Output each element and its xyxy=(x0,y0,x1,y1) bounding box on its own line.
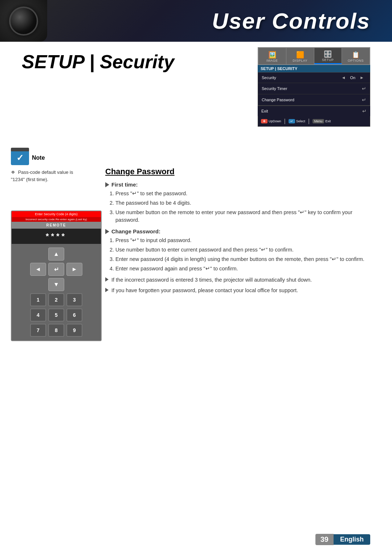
list-item: Use number button on the remote to enter… xyxy=(115,209,370,224)
tab-setup[interactable]: 🎛️ SETUP xyxy=(314,48,342,64)
change-password-section-label: Change Password: xyxy=(111,228,160,234)
menu-row-change-password[interactable]: Change Password ↵ xyxy=(258,94,370,105)
remote-row-mid: ◄ ↵ ► xyxy=(30,263,82,276)
timer-enter-icon: ↵ xyxy=(362,86,366,91)
tab-image-label: IMAGE xyxy=(266,59,278,62)
exit-control: Menu Exit xyxy=(313,119,331,123)
first-time-list: Press "↵" to set the password. The passw… xyxy=(115,190,370,224)
menu-panel: 🖼️ IMAGE 🟧 DISPLAY 🎛️ SETUP 📋 OPTIONS SE… xyxy=(258,47,370,127)
list-item: The password has to be 4 digits. xyxy=(115,199,370,207)
remote-error-label: Incorrect security code.Re-enter again.(… xyxy=(12,217,101,222)
tab-setup-label: SETUP xyxy=(322,58,334,62)
divider2: | xyxy=(308,118,310,124)
remote-key-9[interactable]: 9 xyxy=(66,324,82,337)
remote-row-down: ▼ xyxy=(48,278,64,291)
bullet-text-1: If the incorrect password is entered 3 t… xyxy=(111,276,312,284)
remote-key-5[interactable]: 5 xyxy=(48,308,64,322)
menu-row-timer-label: Security Timer xyxy=(262,86,362,91)
select-control: ↵ Select xyxy=(289,119,305,123)
updown-control: ❖ UpDown xyxy=(261,119,281,123)
image-icon: 🖼️ xyxy=(267,51,278,59)
exit-ctrl-label: Exit xyxy=(325,119,331,123)
page-number-area: 39 English xyxy=(315,534,370,545)
setup-icon: 🎛️ xyxy=(322,50,333,58)
updown-label: UpDown xyxy=(269,119,281,123)
bullet-item-2: If you have forgotten your password, ple… xyxy=(105,287,370,294)
bullet-triangle-icon-2 xyxy=(105,288,109,292)
divider1: | xyxy=(284,118,286,124)
password-enter-icon: ↵ xyxy=(362,97,366,103)
remote-key-up[interactable]: ▲ xyxy=(48,248,64,261)
camera-decoration xyxy=(0,0,47,42)
page-header: User Controls xyxy=(0,0,392,42)
menu-header: SETUP | SECURITY xyxy=(258,65,370,72)
list-item: Enter new password again and press "↵" t… xyxy=(115,265,370,273)
remote-key-3[interactable]: 3 xyxy=(66,293,82,306)
checkmark-icon: ✓ xyxy=(16,153,24,163)
remote-key-8[interactable]: 8 xyxy=(48,324,64,337)
list-item: Press "↵" to set the password. xyxy=(115,190,370,197)
menu-row-security-timer[interactable]: Security Timer ↵ xyxy=(258,83,370,94)
options-icon: 📋 xyxy=(350,51,361,59)
left-arrow-icon: ◄ xyxy=(342,75,346,80)
page-number: 39 xyxy=(315,534,334,545)
remote-key-down[interactable]: ▼ xyxy=(48,278,64,291)
remote-keypad: Enter Security Code (4 digits) Incorrect… xyxy=(11,210,102,341)
remote-pad: ▲ ◄ ↵ ► ▼ 1 2 3 4 5 6 7 8 9 xyxy=(12,244,101,340)
remote-label: REMOTE xyxy=(12,222,101,229)
tab-display[interactable]: 🟧 DISPLAY xyxy=(286,48,314,64)
note-content: Pass-code default value is "1234" (first… xyxy=(11,169,73,182)
note-text: ❖ Pass-code default value is "1234" (fir… xyxy=(11,169,83,183)
first-time-heading: First time: xyxy=(105,181,370,188)
remote-row-up: ▲ xyxy=(48,248,64,261)
remote-key-4[interactable]: 4 xyxy=(30,308,46,322)
security-value: On xyxy=(350,75,355,80)
menu-icon: Menu xyxy=(313,119,324,123)
page-language: English xyxy=(334,534,370,545)
list-item: Use number button to enter current passw… xyxy=(115,246,370,254)
page-title: User Controls xyxy=(212,8,370,34)
updown-icon: ❖ xyxy=(261,119,268,123)
enter-icon: ↵ xyxy=(289,119,295,123)
remote-key-2[interactable]: 2 xyxy=(48,293,64,306)
change-password-section-heading: Change Password: xyxy=(105,228,370,234)
change-password-heading: Change Password xyxy=(105,167,370,176)
right-arrow-icon: ► xyxy=(360,75,364,80)
menu-row-security[interactable]: Security ◄ On ► xyxy=(258,73,370,83)
remote-row-456: 4 5 6 xyxy=(30,308,82,322)
triangle-icon-2 xyxy=(105,229,109,234)
note-header: ✓ Note xyxy=(11,151,83,165)
tab-options-label: OPTIONS xyxy=(348,59,364,62)
first-time-label: First time: xyxy=(111,181,138,188)
remote-key-1[interactable]: 1 xyxy=(30,293,46,306)
remote-key-right[interactable]: ► xyxy=(66,263,82,276)
menu-controls-bar: ❖ UpDown | ↵ Select | Menu Exit xyxy=(258,116,370,127)
camera-lens-icon xyxy=(9,7,38,36)
list-item: Enter new password (4 digits in length) … xyxy=(115,255,370,263)
display-icon: 🟧 xyxy=(295,51,306,59)
main-content: Change Password First time: Press "↵" to… xyxy=(105,167,370,297)
note-bullet-icon: ❖ xyxy=(11,169,15,175)
note-box: ✓ Note ❖ Pass-code default value is "123… xyxy=(11,151,83,183)
menu-row-security-label: Security xyxy=(262,75,339,80)
tab-options[interactable]: 📋 OPTIONS xyxy=(342,48,369,64)
change-password-list: Press "↵" to input old password. Use num… xyxy=(115,237,370,273)
remote-key-7[interactable]: 7 xyxy=(30,324,46,337)
remote-row-789: 7 8 9 xyxy=(30,324,82,337)
bullet-item-1: If the incorrect password is entered 3 t… xyxy=(105,276,370,284)
menu-tabs: 🖼️ IMAGE 🟧 DISPLAY 🎛️ SETUP 📋 OPTIONS xyxy=(258,47,370,65)
remote-display: **** xyxy=(12,229,101,244)
tab-display-label: DISPLAY xyxy=(293,59,307,62)
section-title: SETUP | Security xyxy=(22,51,174,73)
bullet-text-2: If you have forgotten your password, ple… xyxy=(111,287,298,294)
remote-key-6[interactable]: 6 xyxy=(66,308,82,322)
note-label: Note xyxy=(32,155,45,161)
remote-key-enter[interactable]: ↵ xyxy=(48,263,64,276)
menu-row-password-label: Change Password xyxy=(262,98,362,102)
tab-image[interactable]: 🖼️ IMAGE xyxy=(258,48,286,64)
triangle-icon-1 xyxy=(105,182,109,187)
menu-footer[interactable]: Exit ↵ xyxy=(258,106,370,116)
select-label: Select xyxy=(296,119,305,123)
exit-label: Exit xyxy=(261,109,362,113)
remote-key-left[interactable]: ◄ xyxy=(30,263,46,276)
